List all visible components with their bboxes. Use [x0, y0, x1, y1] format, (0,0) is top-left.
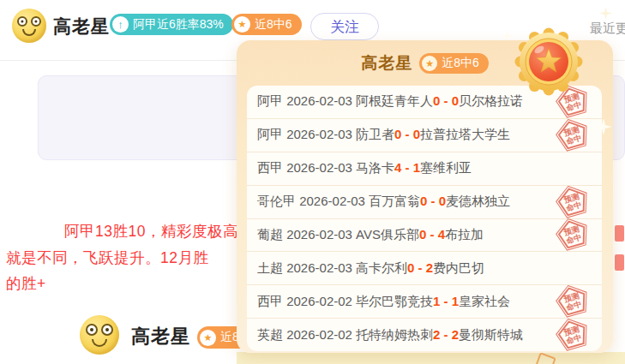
win-rate-badge-label: 阿甲近6胜率83%: [133, 17, 224, 33]
match-date: 2026-02-03: [286, 260, 352, 275]
star-icon: ★: [200, 330, 216, 346]
record-badge: ★ 近8中6: [231, 14, 302, 35]
match-score: 0 - 4: [419, 227, 445, 242]
prediction-record-row[interactable]: 西甲 2026-02-02 毕尔巴鄂竞技1 - 1皇家社会 预测 命中: [247, 284, 602, 318]
match-score: 2 - 2: [433, 327, 459, 342]
star-icon: ★: [234, 16, 250, 33]
match-date: 2026-02-03: [299, 194, 365, 208]
match-score: 0 - 0: [394, 127, 420, 141]
match-score: 4 - 1: [394, 160, 420, 175]
prediction-hit-stamp-icon: 预测 命中: [552, 316, 593, 354]
author-username[interactable]: 高老星: [131, 324, 190, 349]
up-arrow-icon: ↑: [112, 16, 129, 33]
away-team: 曼彻斯特城: [459, 327, 523, 342]
match-date: 2026-02-02: [286, 294, 352, 308]
home-team: 防卫者: [356, 127, 394, 141]
league-label: 西甲: [257, 294, 283, 308]
prediction-record-list: 阿甲 2026-02-03 阿根廷青年人0 - 0贝尔格拉诺 预测 命中 阿甲 …: [247, 86, 602, 351]
recent-update-label: 最近更: [590, 21, 625, 38]
prediction-record-row[interactable]: 西甲 2026-02-03 马洛卡4 - 1塞维利亚 预测 命中: [247, 152, 602, 185]
avatar-smile: [22, 29, 36, 36]
away-team: 塞维利亚: [420, 160, 472, 175]
sparkle-icon: [595, 118, 612, 135]
away-team: 皇家社会: [459, 294, 510, 308]
win-rate-badge: ↑ 阿甲近6胜率83%: [110, 14, 233, 35]
article-text-line: 的胜+: [6, 273, 46, 294]
away-team: 布拉加: [445, 227, 484, 242]
match-date: 2026-02-03: [286, 127, 352, 141]
home-team: 毕尔巴鄂竞技: [356, 294, 433, 308]
sparkle-icon: [599, 7, 612, 20]
match-summary: 阿甲 2026-02-03 防卫者0 - 0拉普拉塔大学生: [257, 127, 510, 143]
match-date: 2026-02-03: [286, 227, 352, 242]
home-team: 高卡尔利: [356, 260, 407, 275]
match-date: 2026-02-02: [286, 327, 352, 342]
match-summary: 土超 2026-02-03 高卡尔利0 - 2费内巴切: [257, 260, 484, 277]
match-score: 1 - 1: [433, 294, 459, 308]
avatar-eye: [17, 16, 27, 27]
prediction-record-row[interactable]: 哥伦甲 2026-02-03 百万富翁0 - 0麦德林独立 预测 命中: [247, 185, 602, 218]
away-team: 拉普拉塔大学生: [420, 127, 510, 141]
match-summary: 英超 2026-02-02 托特纳姆热刺2 - 2曼彻斯特城: [257, 327, 523, 343]
league-label: 阿甲: [257, 127, 283, 141]
prediction-hit-stamp-icon: 预测 命中: [552, 116, 593, 154]
match-summary: 西甲 2026-02-03 马洛卡4 - 1塞维利亚: [257, 160, 472, 176]
league-label: 西甲: [257, 160, 283, 175]
prediction-record-row[interactable]: 土超 2026-02-03 高卡尔利0 - 2费内巴切 预测 命中: [247, 251, 602, 284]
gold-medal-icon: [513, 26, 585, 98]
league-label: 葡超: [257, 227, 283, 242]
prediction-record-row[interactable]: 葡超 2026-02-03 AVS俱乐部0 - 4布拉加 预测 命中: [247, 218, 602, 252]
avatar-smile: [92, 339, 107, 347]
popup-record-badge: ★ 近8中6: [419, 53, 489, 74]
prediction-hit-stamp-icon: 预测 命中: [552, 283, 593, 320]
clipped-stamp-fragment: [534, 352, 556, 364]
home-team: AVS俱乐部: [356, 227, 419, 242]
page: 高老星 ↑ 阿甲近6胜率83% ★ 近8中6 关注 最近更 阿甲13胜10，精彩…: [0, 0, 625, 364]
away-team: 麦德林独立: [446, 194, 510, 208]
avatar-eye: [101, 324, 113, 336]
match-score: 0 - 0: [420, 194, 446, 208]
clipped-text-fragment: [615, 225, 624, 242]
match-date: 2026-02-03: [286, 93, 352, 108]
match-summary: 西甲 2026-02-02 毕尔巴鄂竞技1 - 1皇家社会: [257, 294, 510, 310]
match-date: 2026-02-03: [286, 160, 352, 175]
home-team: 马洛卡: [356, 160, 394, 175]
league-label: 土超: [257, 260, 283, 275]
clipped-text-fragment: [615, 254, 624, 271]
popup-record-badge-label: 近8中6: [442, 56, 479, 71]
avatar-eye: [86, 324, 98, 336]
match-summary: 哥伦甲 2026-02-03 百万富翁0 - 0麦德林独立: [257, 194, 510, 210]
match-summary: 葡超 2026-02-03 AVS俱乐部0 - 4布拉加: [257, 227, 484, 243]
league-label: 英超: [257, 327, 283, 342]
match-score: 0 - 0: [433, 93, 459, 108]
away-team: 费内巴切: [433, 260, 484, 275]
avatar-eye: [31, 16, 41, 27]
league-label: 阿甲: [257, 93, 283, 108]
match-score: 0 - 2: [407, 260, 433, 275]
match-summary: 阿甲 2026-02-03 阿根廷青年人0 - 0贝尔格拉诺: [257, 93, 523, 110]
record-badge-label: 近8中6: [255, 17, 292, 33]
popup-title: 高老星: [361, 52, 412, 75]
author-username[interactable]: 高老星: [53, 15, 110, 39]
sparkle-icon: [502, 31, 513, 41]
home-team: 百万富翁: [369, 194, 420, 208]
article-text-line: 就是不同，飞跃提升。12月胜: [6, 248, 208, 268]
prediction-record-row[interactable]: 阿甲 2026-02-03 防卫者0 - 0拉普拉塔大学生 预测 命中: [247, 118, 602, 152]
author-avatar[interactable]: [12, 9, 46, 43]
star-icon: ★: [422, 56, 437, 71]
author-avatar[interactable]: [80, 315, 119, 355]
next-card-background: [237, 352, 625, 364]
article-text-line: 阿甲13胜10，精彩度极高: [64, 221, 238, 242]
home-team: 托特纳姆热刺: [356, 327, 433, 342]
league-label: 哥伦甲: [257, 194, 296, 208]
prediction-hit-stamp-icon: 预测 命中: [552, 183, 593, 221]
follow-button[interactable]: 关注: [310, 13, 379, 40]
home-team: 阿根廷青年人: [356, 93, 433, 108]
prediction-record-row[interactable]: 英超 2026-02-02 托特纳姆热刺2 - 2曼彻斯特城 预测 命中: [247, 318, 602, 351]
prediction-hit-stamp-icon: 预测 命中: [552, 216, 593, 254]
